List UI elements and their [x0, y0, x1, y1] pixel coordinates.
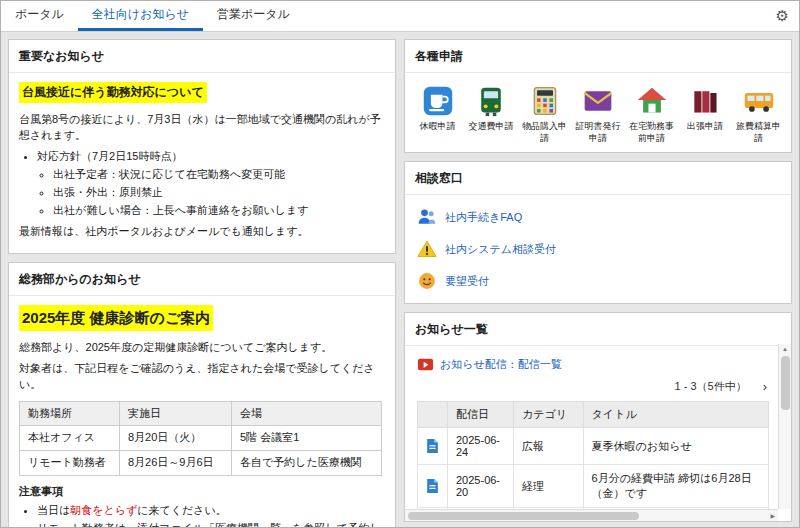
tab-sales-portal[interactable]: 営業ポータル [203, 1, 304, 31]
pagination-text: 1 - 3（5件中） [675, 379, 747, 394]
envelope-icon [582, 85, 614, 117]
app-label: 旅費精算申請 [734, 121, 783, 144]
next-page-icon[interactable]: › [763, 379, 767, 394]
calculator-icon [529, 85, 561, 117]
app-item-goods-purchase[interactable]: 物品購入申請 [520, 85, 569, 144]
important-footer: 最新情報は、社内ポータルおよびメールでも通知します。 [19, 224, 385, 240]
policy-title-item: 対応方針（7月2日15時時点） 出社予定者：状況に応じて在宅勤務へ変更可能 出張… [37, 149, 385, 219]
policy-subitem: 出社が難しい場合：上長へ事前連絡をお願いします [53, 203, 385, 219]
health-check-headline: 2025年度 健康診断のご案内 [19, 305, 213, 331]
document-icon [426, 521, 439, 522]
panel-consultation: 相談窓口 社内手続きFAQ 社内システム相談受付 [404, 161, 792, 304]
general-affairs-body: 2025年度 健康診断のご案内 総務部より、2025年度の定期健康診断についてご… [9, 296, 395, 528]
panel-title-general-affairs: 総務部からのお知らせ [9, 263, 395, 296]
news-date: 2025-06-20 [448, 465, 514, 508]
horizontal-scrollbar[interactable]: ▶ [405, 509, 778, 521]
house-icon [636, 85, 668, 117]
news-category: 経理 [514, 465, 584, 508]
notes-title: 注意事項 [19, 484, 385, 500]
vertical-scrollbar[interactable]: ▲ [778, 344, 791, 509]
news-header-category: カテゴリ [514, 402, 584, 428]
news-feed-link[interactable]: お知らせ配信：配信一覧 [440, 357, 562, 372]
news-category: 広報 [514, 428, 584, 465]
note-text: 当日は [37, 504, 70, 516]
applications-grid: 休暇申請 交通費申請 物品購入申請 [405, 73, 791, 152]
app-item-vacation[interactable]: 休暇申請 [413, 85, 462, 144]
schedule-header-venue: 会場 [232, 401, 382, 426]
consult-link-faq[interactable]: 社内手続きFAQ [445, 210, 522, 225]
app-label: 休暇申請 [420, 121, 456, 133]
app-item-remote-work[interactable]: 在宅勤務事前申請 [627, 85, 676, 144]
left-column: 重要なお知らせ 台風接近に伴う勤務対応について 台風第8号の接近により、7月3日… [8, 39, 396, 522]
important-headline: 台風接近に伴う勤務対応について [19, 82, 207, 103]
tab-portal[interactable]: ポータル [1, 1, 78, 31]
note-emphasis: 朝食をとらず [70, 504, 137, 516]
tab-company-announcements[interactable]: 全社向けお知らせ [78, 1, 203, 31]
consult-item-request[interactable]: 要望受付 [405, 265, 791, 297]
vertical-scroll-thumb[interactable] [781, 356, 790, 410]
cup-icon [422, 85, 454, 117]
app-label: 在宅勤務事前申請 [627, 121, 676, 144]
document-icon [426, 438, 439, 454]
bus-icon [743, 85, 775, 117]
app-item-transport-expense[interactable]: 交通費申請 [467, 85, 516, 144]
health-check-intro1: 総務部より、2025年度の定期健康診断についてご案内します。 [19, 340, 385, 356]
panel-applications: 各種申請 休暇申請 交通費申請 [404, 39, 792, 153]
app-item-business-trip[interactable]: 出張申請 [681, 85, 730, 144]
warning-icon [417, 239, 437, 259]
news-table: 配信日 カテゴリ タイトル 2025-06-24 広報 夏季休暇のお知らせ [417, 401, 769, 522]
schedule-row: リモート勤務者 8月26日～9月6日 各自で予約した医療機関 [20, 451, 382, 476]
app-item-certificate[interactable]: 証明書発行申請 [574, 85, 623, 144]
top-tab-bar: ポータル 全社向けお知らせ 営業ポータル ⚙ [1, 1, 799, 32]
scroll-up-icon[interactable]: ▲ [779, 344, 791, 354]
scroll-right-icon[interactable]: ▶ [767, 511, 778, 521]
notes-list: 当日は朝食をとらずに来てください。 リモート勤務者は、添付ファイル「医療機関一覧… [19, 503, 385, 528]
consult-link-request[interactable]: 要望受付 [445, 274, 489, 289]
document-icon [426, 478, 439, 494]
note-text: に来てください。 [137, 504, 227, 516]
panel-title-news: お知らせ一覧 [405, 313, 791, 346]
panel-news-list: お知らせ一覧 お知らせ配信：配信一覧 1 - 3（5件中） › [404, 312, 792, 522]
train-icon [475, 85, 507, 117]
consult-item-faq[interactable]: 社内手続きFAQ [405, 201, 791, 233]
news-body: お知らせ配信：配信一覧 1 - 3（5件中） › 配信日 カテゴリ タイトル [405, 346, 791, 522]
schedule-cell: リモート勤務者 [20, 451, 120, 476]
person-icon [417, 207, 437, 227]
consult-item-system[interactable]: 社内システム相談受付 [405, 233, 791, 265]
schedule-cell: 8月26日～9月6日 [120, 451, 232, 476]
schedule-header-row: 勤務場所 実施日 会場 [20, 401, 382, 426]
gear-icon[interactable]: ⚙ [766, 1, 799, 31]
panel-title-important: 重要なお知らせ [9, 40, 395, 73]
health-check-schedule-table: 勤務場所 実施日 会場 本社オフィス 8月20日（火） 5階 会議室1 リモート… [19, 401, 382, 477]
news-subject: 6月分の経費申請 締切は6月28日（金）です [583, 465, 768, 508]
schedule-cell: 8月20日（火） [120, 426, 232, 451]
policy-sublist: 出社予定者：状況に応じて在宅勤務へ変更可能 出張・外出：原則禁止 出社が難しい場… [37, 167, 385, 219]
books-icon [689, 85, 721, 117]
horizontal-scroll-thumb[interactable] [408, 512, 639, 520]
policy-list: 対応方針（7月2日15時時点） 出社予定者：状況に応じて在宅勤務へ変更可能 出張… [19, 149, 385, 219]
health-check-intro2: 対象者は、下記日程をご確認のうえ、指定された会場で受診してください。 [19, 361, 385, 393]
news-header-date: 配信日 [448, 402, 514, 428]
schedule-cell: 5階 会議室1 [232, 426, 382, 451]
app-label: 物品購入申請 [520, 121, 569, 144]
important-intro: 台風第8号の接近により、7月3日（水）は一部地域で交通機関の乱れが予想されます。 [19, 112, 385, 144]
panel-general-affairs: 総務部からのお知らせ 2025年度 健康診断のご案内 総務部より、2025年度の… [8, 262, 396, 528]
app-item-travel-expense[interactable]: 旅費精算申請 [734, 85, 783, 144]
schedule-cell: 本社オフィス [20, 426, 120, 451]
policy-subitem: 出社予定者：状況に応じて在宅勤務へ変更可能 [53, 167, 385, 183]
news-feed-row: お知らせ配信：配信一覧 [417, 356, 769, 373]
note-item: リモート勤務者は、添付ファイル「医療機関一覧」を参照して予約してください。 [37, 521, 385, 528]
portal-content: 重要なお知らせ 台風接近に伴う勤務対応について 台風第8号の接近により、7月3日… [1, 32, 799, 528]
face-icon [417, 271, 437, 291]
news-row[interactable]: 2025-06-24 広報 夏季休暇のお知らせ [418, 428, 769, 465]
policy-title: 対応方針（7月2日15時時点） [37, 150, 182, 162]
consult-link-system[interactable]: 社内システム相談受付 [445, 242, 556, 257]
news-header-subject: タイトル [583, 402, 768, 428]
news-header-icon [418, 402, 448, 428]
schedule-header-location: 勤務場所 [20, 401, 120, 426]
news-row[interactable]: 2025-06-20 経理 6月分の経費申請 締切は6月28日（金）です [418, 465, 769, 508]
right-column: 各種申請 休暇申請 交通費申請 [404, 39, 792, 522]
news-header-row: 配信日 カテゴリ タイトル [418, 402, 769, 428]
important-body: 台風接近に伴う勤務対応について 台風第8号の接近により、7月3日（水）は一部地域… [9, 73, 395, 253]
schedule-header-date: 実施日 [120, 401, 232, 426]
